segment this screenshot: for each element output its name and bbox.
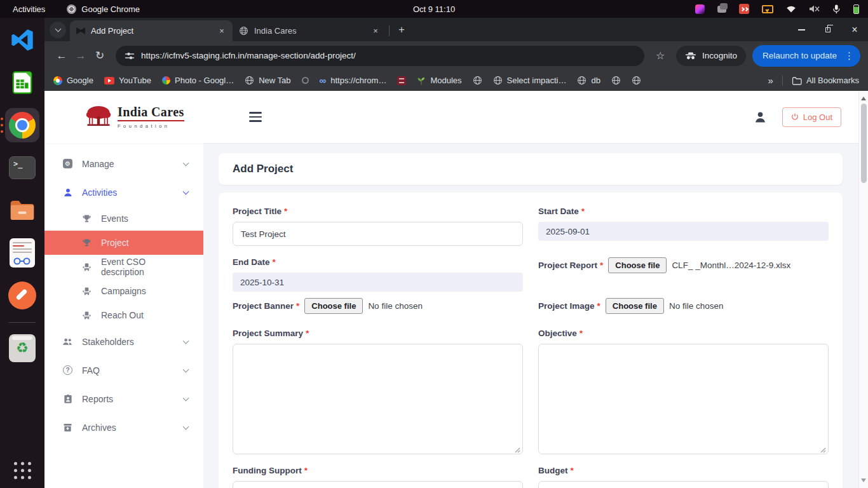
project-title-label: Project Title* — [233, 207, 523, 216]
clock[interactable]: Oct 9 11:10 — [413, 0, 455, 18]
sidebar-item-activities[interactable]: Activities — [44, 178, 203, 207]
bookmark-bajaj[interactable] — [397, 76, 406, 85]
tab-add-project[interactable]: Add Project × — [70, 20, 233, 41]
objective-textarea[interactable] — [538, 344, 829, 454]
banyan-tree-icon — [85, 105, 112, 129]
chevron-down-icon — [183, 337, 189, 344]
activities-button[interactable]: Activities — [13, 4, 45, 14]
sidebar-item-manage[interactable]: ⚙ Manage — [44, 149, 203, 178]
project-banner-choose-file-button[interactable]: Choose file — [304, 298, 363, 314]
bookmark-chrome-link[interactable]: ∞https://chrom… — [320, 76, 387, 85]
scroll-up-arrow[interactable] — [861, 94, 866, 100]
project-summary-label: Project Summary* — [233, 329, 523, 338]
reload-button[interactable]: ↻ — [90, 46, 109, 65]
page-scrollbar[interactable] — [858, 91, 868, 488]
focused-app-menu[interactable]: Google Chrome — [67, 4, 140, 14]
sidebar-item-event-cso-description[interactable]: Event CSO description — [44, 255, 203, 279]
budget-label: Budget* — [538, 466, 829, 475]
address-bar[interactable]: https://icfnv5-staging.icfn.in/manage-se… — [116, 46, 644, 66]
chrome-mini-icon — [67, 4, 76, 14]
sidebar-item-project[interactable]: Project — [44, 231, 203, 255]
scrollbar-thumb[interactable] — [861, 104, 867, 183]
globe-icon — [577, 76, 587, 85]
project-title-input[interactable] — [233, 222, 523, 246]
restore-button[interactable] — [824, 25, 832, 34]
bookmark-db[interactable]: db — [577, 76, 600, 85]
sidebar-toggle-button[interactable] — [245, 108, 266, 126]
bookmark-new-tab[interactable]: New Tab — [245, 76, 290, 85]
bookmark-untitled[interactable] — [302, 77, 309, 84]
dock-item-vscode[interactable] — [5, 23, 39, 57]
running-indicator — [1, 118, 3, 133]
tab-close-button[interactable]: × — [370, 25, 381, 37]
back-button[interactable]: ← — [52, 46, 71, 65]
chevron-down-icon — [183, 366, 189, 372]
bookmark-photos[interactable]: Photo - Googl… — [162, 76, 234, 85]
sidebar-item-archives[interactable]: Archives — [44, 413, 203, 442]
incognito-badge: Incognito — [676, 46, 746, 66]
end-date-input[interactable] — [233, 273, 523, 292]
window-controls: × — [797, 18, 859, 41]
os-top-bar: Activities Google Chrome Oct 9 11:10 — [0, 0, 868, 18]
dock-item-libreoffice-calc[interactable] — [5, 65, 39, 100]
user-profile-icon[interactable] — [754, 111, 767, 124]
tab-close-button[interactable]: × — [216, 25, 227, 37]
start-date-input[interactable] — [538, 222, 829, 241]
start-date-label: Start Date* — [538, 207, 829, 216]
system-tray[interactable] — [695, 0, 859, 18]
sidebar-item-faq[interactable]: ? FAQ — [44, 356, 203, 384]
forward-button[interactable]: → — [71, 46, 90, 65]
scroll-down-arrow[interactable] — [861, 478, 866, 485]
bookmark-untitled[interactable] — [632, 76, 641, 85]
bookmark-star-icon[interactable]: ☆ — [651, 46, 670, 65]
dock-item-trash[interactable]: ♻ — [5, 331, 39, 365]
show-applications-button[interactable] — [14, 462, 31, 479]
close-window-button[interactable]: × — [850, 25, 859, 34]
all-bookmarks-button[interactable]: All Bookmarks — [792, 76, 859, 85]
resize-grip-icon[interactable] — [820, 447, 826, 453]
tab-search-button[interactable] — [50, 22, 66, 38]
resize-grip-icon[interactable] — [515, 447, 520, 453]
relaunch-to-update-button[interactable]: Relaunch to update ⋮ — [752, 45, 860, 67]
bookmark-untitled[interactable] — [473, 76, 482, 85]
dock-item-google-chrome[interactable] — [5, 108, 39, 142]
page-title-card: Add Project — [219, 153, 843, 185]
project-summary-textarea[interactable] — [233, 344, 523, 454]
project-report-choose-file-button[interactable]: Choose file — [608, 257, 667, 273]
brand-logo[interactable]: India Cares Foundation — [85, 105, 184, 129]
bookmarks-overflow-button[interactable]: » — [768, 75, 773, 86]
project-banner-label: Project Banner* — [233, 301, 299, 311]
project-image-choose-file-button[interactable]: Choose file — [606, 298, 664, 314]
tab-india-cares[interactable]: India Cares × — [233, 20, 386, 41]
chevron-down-icon — [183, 188, 189, 194]
sidebar-item-reports[interactable]: Reports — [44, 384, 203, 413]
trash-icon: ♻ — [9, 334, 36, 362]
sidebar-item-reach-out[interactable]: Reach Out — [44, 303, 203, 327]
bookmark-select-impact[interactable]: Select impacti… — [493, 76, 567, 85]
funding-support-input[interactable] — [233, 481, 523, 488]
sidebar-item-stakeholders[interactable]: Stakeholders — [44, 327, 203, 356]
globe-icon — [632, 76, 641, 85]
dock-separator — [9, 322, 36, 323]
logout-button[interactable]: Log Out — [782, 107, 841, 127]
bookmark-youtube[interactable]: YouTube — [104, 76, 151, 85]
objective-group: Objective* — [538, 329, 829, 466]
bookmark-google[interactable]: Google — [53, 76, 93, 85]
sidebar-item-campaigns[interactable]: Campaigns — [44, 279, 203, 303]
new-tab-button[interactable]: + — [393, 22, 410, 38]
bookmarks-bar: Google YouTube Photo - Googl… New Tab ∞h… — [44, 70, 868, 91]
site-settings-icon[interactable] — [125, 51, 135, 61]
bookmark-untitled[interactable] — [611, 76, 621, 85]
dock-item-files[interactable] — [5, 193, 39, 227]
dock-item-terminal[interactable]: >_ — [5, 151, 39, 185]
add-project-form: Project Title* Start Date* — [219, 193, 843, 488]
dock-item-postman[interactable] — [5, 278, 39, 313]
minimize-button[interactable] — [797, 25, 806, 34]
browser-menu-icon[interactable]: ⋮ — [844, 50, 854, 62]
budget-input[interactable] — [538, 481, 829, 488]
dock-item-document-viewer[interactable] — [5, 236, 39, 270]
bookmark-modules[interactable]: Modules — [417, 76, 461, 85]
google-photos-icon — [162, 76, 170, 85]
sidebar-item-events[interactable]: Events — [44, 207, 203, 231]
globe-icon — [493, 76, 503, 85]
